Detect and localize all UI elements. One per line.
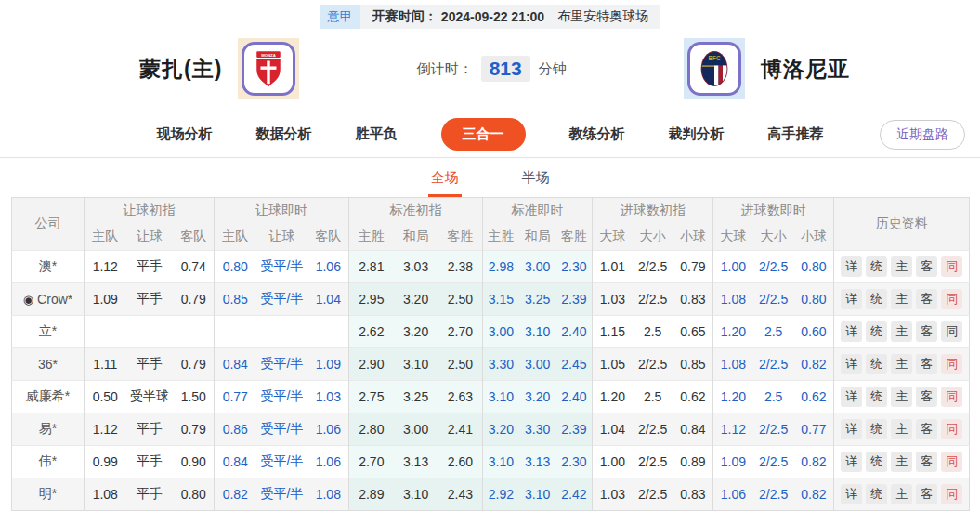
odds-cell[interactable]: 2.40 — [556, 316, 593, 348]
nav-tab[interactable]: 教练分析 — [569, 125, 625, 143]
history-detail-button[interactable]: 详 — [841, 321, 862, 342]
odds-cell[interactable]: 受平/半 — [256, 251, 308, 283]
odds-cell[interactable]: 1.03 — [593, 283, 633, 316]
nav-tab[interactable]: 胜平负 — [356, 125, 398, 143]
odds-cell[interactable]: 3.03 — [394, 251, 438, 283]
odds-cell[interactable]: 3.10 — [519, 316, 556, 348]
history-home-button[interactable]: 主 — [891, 452, 912, 472]
history-same-button[interactable]: 同 — [941, 387, 962, 407]
odds-cell[interactable]: 2.62 — [349, 316, 394, 348]
odds-cell[interactable]: 0.84 — [673, 413, 713, 446]
odds-cell[interactable]: 3.10 — [519, 478, 556, 511]
odds-cell[interactable]: 3.10 — [394, 478, 438, 511]
odds-cell[interactable]: 0.80 — [794, 251, 834, 283]
odds-cell[interactable]: 2.30 — [556, 251, 593, 283]
odds-cell[interactable]: 3.20 — [519, 381, 556, 413]
history-stats-button[interactable]: 统 — [866, 387, 887, 407]
odds-cell[interactable]: 1.08 — [85, 478, 126, 511]
history-same-button[interactable]: 同 — [941, 321, 962, 342]
history-away-button[interactable]: 客 — [916, 321, 937, 342]
odds-cell[interactable]: 0.80 — [174, 478, 215, 511]
odds-cell[interactable]: 平手 — [126, 413, 174, 446]
odds-cell[interactable]: 0.84 — [215, 446, 256, 478]
history-home-button[interactable]: 主 — [891, 387, 912, 407]
recent-trend-button[interactable]: 近期盘路 — [880, 120, 965, 150]
history-away-button[interactable]: 客 — [916, 354, 937, 374]
odds-cell[interactable]: 2.39 — [556, 283, 593, 316]
nav-tab[interactable]: 三合一 — [441, 118, 526, 151]
odds-cell[interactable]: 1.06 — [308, 413, 349, 446]
odds-cell[interactable]: 1.11 — [85, 348, 126, 381]
history-detail-button[interactable]: 详 — [841, 354, 862, 374]
nav-tab[interactable]: 高手推荐 — [768, 125, 824, 143]
odds-cell[interactable]: 1.05 — [593, 348, 633, 381]
odds-cell[interactable]: 1.00 — [593, 446, 633, 478]
odds-cell[interactable]: 1.09 — [713, 446, 753, 478]
odds-cell[interactable]: 3.00 — [519, 348, 556, 381]
odds-cell[interactable]: 3.10 — [483, 446, 519, 478]
history-stats-button[interactable]: 统 — [866, 484, 887, 504]
odds-cell[interactable]: 1.12 — [85, 251, 126, 283]
odds-cell[interactable]: 2.38 — [438, 251, 483, 283]
odds-cell[interactable]: 2.63 — [438, 381, 483, 413]
odds-cell[interactable]: 1.06 — [308, 446, 349, 478]
odds-cell[interactable]: 3.10 — [394, 348, 438, 381]
odds-cell[interactable]: 3.13 — [519, 446, 556, 478]
odds-cell[interactable]: 2.41 — [438, 413, 483, 446]
odds-cell[interactable]: 受平/半 — [256, 381, 308, 413]
odds-cell[interactable]: 0.82 — [794, 348, 834, 381]
odds-cell[interactable]: 0.77 — [215, 381, 256, 413]
odds-cell[interactable]: 0.84 — [215, 348, 256, 381]
odds-cell[interactable]: 3.15 — [483, 283, 519, 316]
history-detail-button[interactable]: 详 — [841, 484, 862, 504]
odds-cell[interactable]: 2.5 — [633, 316, 673, 348]
odds-cell[interactable]: 0.90 — [174, 446, 215, 478]
odds-cell[interactable]: 0.65 — [673, 316, 713, 348]
odds-cell[interactable]: 0.82 — [215, 478, 256, 511]
odds-cell[interactable]: 1.50 — [174, 381, 215, 413]
odds-cell[interactable]: 0.83 — [673, 283, 713, 316]
odds-cell[interactable]: 0.79 — [174, 283, 215, 316]
odds-cell[interactable]: 1.08 — [308, 478, 349, 511]
odds-cell[interactable]: 2/2.5 — [753, 478, 794, 511]
history-away-button[interactable]: 客 — [916, 289, 937, 309]
odds-cell[interactable]: 3.25 — [394, 381, 438, 413]
odds-cell[interactable]: 1.20 — [713, 381, 753, 413]
odds-cell[interactable]: 2/2.5 — [633, 413, 673, 446]
odds-cell[interactable]: 1.06 — [308, 251, 349, 283]
tab-half-match[interactable]: 半场 — [519, 169, 553, 197]
odds-cell[interactable]: 0.89 — [673, 446, 713, 478]
odds-cell[interactable]: 2/2.5 — [633, 283, 673, 316]
history-home-button[interactable]: 主 — [891, 484, 912, 504]
nav-tab[interactable]: 数据分析 — [256, 125, 312, 143]
odds-cell[interactable]: 0.50 — [85, 381, 126, 413]
odds-cell[interactable]: 2.50 — [438, 283, 483, 316]
odds-cell[interactable]: 2/2.5 — [633, 446, 673, 478]
odds-cell[interactable]: 受半球 — [126, 381, 174, 413]
odds-cell[interactable]: 2.81 — [349, 251, 394, 283]
history-same-button[interactable]: 同 — [941, 256, 962, 277]
odds-cell[interactable]: 2.43 — [438, 478, 483, 511]
odds-cell[interactable]: 3.13 — [394, 446, 438, 478]
history-stats-button[interactable]: 统 — [866, 289, 887, 309]
odds-cell[interactable]: 0.85 — [215, 283, 256, 316]
odds-cell[interactable]: 2.5 — [753, 316, 794, 348]
nav-tab[interactable]: 现场分析 — [157, 125, 213, 143]
history-away-button[interactable]: 客 — [916, 419, 937, 439]
odds-cell[interactable]: 0.77 — [794, 413, 834, 446]
history-away-button[interactable]: 客 — [916, 387, 937, 407]
odds-cell[interactable]: 1.09 — [308, 348, 349, 381]
odds-cell[interactable]: 0.82 — [794, 478, 834, 511]
odds-cell[interactable]: 受平/半 — [256, 283, 308, 316]
odds-cell[interactable]: 3.25 — [519, 283, 556, 316]
odds-cell[interactable]: 平手 — [126, 348, 174, 381]
odds-cell[interactable]: 0.60 — [794, 316, 834, 348]
odds-cell[interactable]: 0.83 — [673, 478, 713, 511]
odds-cell[interactable]: 受平/半 — [256, 348, 308, 381]
odds-cell[interactable]: 0.79 — [174, 413, 215, 446]
history-same-button[interactable]: 同 — [941, 484, 962, 504]
history-same-button[interactable]: 同 — [941, 354, 962, 374]
odds-cell[interactable]: 3.30 — [483, 348, 519, 381]
history-stats-button[interactable]: 统 — [866, 419, 887, 439]
odds-cell[interactable]: 1.09 — [85, 283, 126, 316]
